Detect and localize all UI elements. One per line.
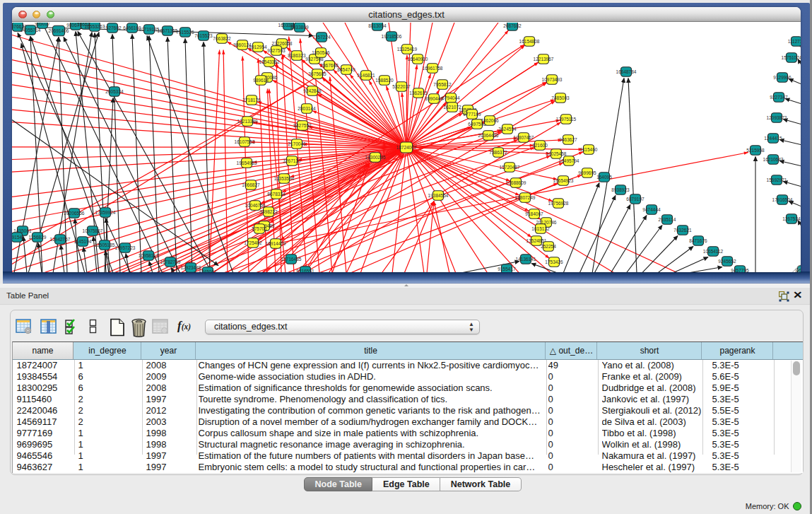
svg-text:8033809: 8033809 — [290, 24, 309, 29]
svg-text:11325419: 11325419 — [397, 46, 418, 51]
svg-text:16640910: 16640910 — [408, 56, 428, 61]
svg-text:9242848: 9242848 — [303, 88, 322, 93]
svg-text:17359924: 17359924 — [95, 209, 116, 214]
svg-text:16782759: 16782759 — [160, 259, 181, 264]
svg-text:15751074: 15751074 — [782, 54, 801, 59]
svg-text:9777169: 9777169 — [463, 111, 481, 116]
svg-text:12093872: 12093872 — [767, 115, 787, 119]
svg-text:12942757: 12942757 — [50, 236, 71, 241]
svg-text:8938923: 8938923 — [611, 187, 630, 192]
svg-text:252254: 252254 — [541, 243, 556, 248]
svg-text:14136141: 14136141 — [516, 256, 536, 261]
svg-text:5322037: 5322037 — [392, 83, 411, 88]
svg-text:20206556: 20206556 — [64, 210, 85, 215]
svg-text:575701: 575701 — [252, 226, 267, 230]
svg-text:10688609: 10688609 — [506, 180, 526, 185]
svg-text:8678334: 8678334 — [267, 191, 286, 196]
svg-text:12213967: 12213967 — [534, 56, 554, 61]
svg-text:9327503: 9327503 — [267, 47, 286, 52]
svg-text:16210643: 16210643 — [763, 156, 784, 161]
svg-text:1156829: 1156829 — [29, 234, 47, 239]
svg-text:9115460: 9115460 — [580, 146, 598, 151]
svg-text:7386372: 7386372 — [489, 149, 507, 154]
svg-text:8454749: 8454749 — [337, 66, 355, 71]
svg-text:989614: 989614 — [253, 77, 269, 82]
svg-text:11353594: 11353594 — [274, 175, 295, 180]
svg-text:15692971: 15692971 — [767, 177, 787, 182]
svg-text:8427552: 8427552 — [293, 122, 312, 127]
svg-text:9146821: 9146821 — [357, 72, 375, 77]
svg-text:2718176: 2718176 — [242, 97, 261, 102]
svg-text:3267130: 3267130 — [283, 158, 301, 163]
svg-text:2803144: 2803144 — [298, 105, 316, 110]
svg-text:20691406: 20691406 — [49, 28, 69, 33]
svg-text:18724007: 18724007 — [396, 144, 417, 149]
svg-text:16154808: 16154808 — [519, 38, 540, 43]
svg-text:10807467: 10807467 — [514, 134, 534, 139]
svg-text:15720487: 15720487 — [500, 164, 520, 169]
svg-text:6794044: 6794044 — [442, 95, 460, 100]
svg-text:6879197: 6879197 — [626, 196, 645, 201]
svg-text:10025458: 10025458 — [546, 151, 567, 156]
svg-text:2170046: 2170046 — [288, 141, 306, 146]
svg-text:8186323: 8186323 — [288, 52, 306, 57]
svg-text:1527602: 1527602 — [103, 25, 122, 30]
svg-text:10046766: 10046766 — [245, 202, 266, 207]
svg-text:9474444: 9474444 — [642, 206, 661, 211]
svg-text:10719185: 10719185 — [139, 26, 160, 31]
svg-text:995017: 995017 — [35, 23, 50, 26]
svg-text:9245061: 9245061 — [199, 269, 217, 271]
svg-text:12213389: 12213389 — [237, 118, 258, 123]
svg-text:7632621: 7632621 — [673, 227, 692, 232]
svg-text:3624554: 3624554 — [498, 126, 517, 131]
svg-text:1362615: 1362615 — [409, 90, 428, 95]
svg-text:7663822: 7663822 — [213, 35, 231, 40]
svg-text:16543362: 16543362 — [259, 59, 280, 64]
svg-text:9457795: 9457795 — [731, 267, 749, 271]
svg-text:19654923: 19654923 — [553, 177, 574, 182]
svg-text:7357224: 7357224 — [312, 34, 331, 39]
svg-text:9227347: 9227347 — [770, 94, 788, 99]
svg-text:16495794: 16495794 — [559, 158, 579, 163]
svg-text:15716485: 15716485 — [281, 256, 302, 261]
svg-text:1615132: 1615132 — [531, 226, 550, 230]
svg-text:9155417: 9155417 — [498, 266, 516, 271]
svg-text:621600: 621600 — [532, 142, 548, 147]
svg-text:10973493: 10973493 — [542, 76, 563, 81]
svg-text:23226058: 23226058 — [272, 40, 293, 45]
svg-text:7515526: 7515526 — [176, 29, 194, 34]
svg-text:391541: 391541 — [12, 234, 25, 239]
svg-text:16914479: 16914479 — [266, 240, 286, 245]
svg-text:19756928: 19756928 — [548, 200, 569, 205]
svg-text:8471676: 8471676 — [689, 238, 707, 243]
svg-text:1725402: 1725402 — [244, 240, 262, 245]
svg-text:9129966: 9129966 — [773, 74, 792, 79]
svg-text:10975867: 10975867 — [83, 228, 103, 233]
svg-text:19218506: 19218506 — [382, 33, 402, 38]
svg-text:8990448: 8990448 — [425, 95, 443, 100]
svg-text:1588520: 1588520 — [375, 77, 394, 82]
svg-text:3498222: 3498222 — [259, 209, 278, 214]
svg-text:8216551: 8216551 — [296, 268, 314, 271]
svg-text:8813054: 8813054 — [368, 23, 387, 28]
svg-text:10958117: 10958117 — [139, 252, 159, 257]
svg-text:20364436: 20364436 — [478, 132, 499, 137]
svg-text:164095: 164095 — [596, 174, 612, 179]
svg-text:9699695: 9699695 — [578, 170, 596, 175]
svg-text:17975115: 17975115 — [556, 116, 577, 121]
svg-text:17957223: 17957223 — [115, 245, 136, 250]
svg-text:16107553: 16107553 — [235, 139, 255, 144]
svg-text:10654112: 10654112 — [703, 248, 724, 253]
svg-text:9184067: 9184067 — [525, 211, 543, 216]
svg-text:7485003: 7485003 — [551, 95, 570, 100]
svg-text:1753426: 1753426 — [545, 259, 563, 264]
svg-text:19654983: 19654983 — [237, 160, 257, 165]
svg-text:1850546: 1850546 — [312, 49, 330, 54]
svg-text:7462066: 7462066 — [481, 117, 499, 122]
svg-text:16553267: 16553267 — [85, 23, 105, 28]
svg-text:16961758: 16961758 — [423, 65, 443, 70]
svg-text:18807249: 18807249 — [515, 194, 536, 199]
svg-text:12505185: 12505185 — [95, 242, 115, 247]
svg-text:17916504: 17916504 — [772, 197, 793, 201]
svg-text:16671355: 16671355 — [158, 28, 178, 33]
